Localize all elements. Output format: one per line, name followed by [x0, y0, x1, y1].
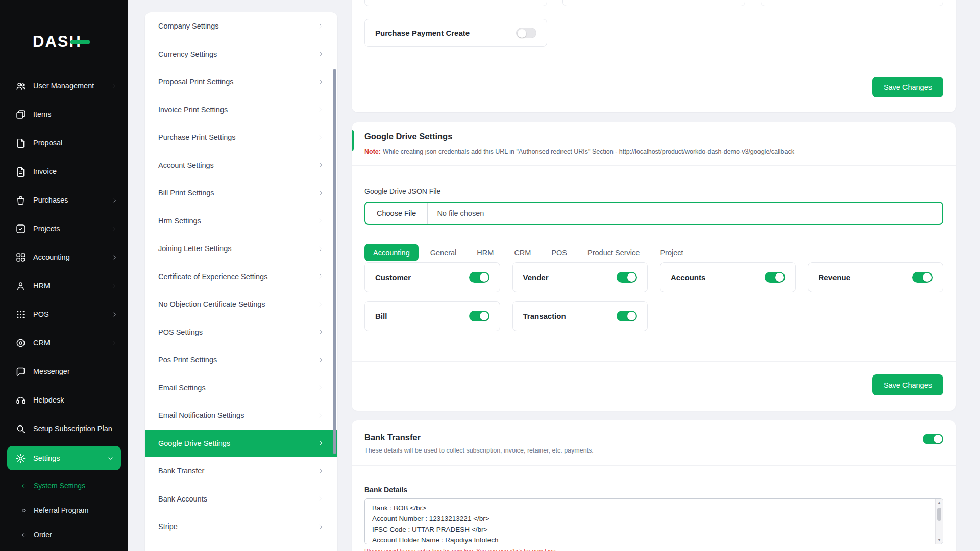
chevron-right-icon — [317, 384, 324, 391]
settings-nav-item-no-objection-certificate-settings[interactable]: No Objection Certificate Settings — [145, 290, 337, 318]
google-drive-json-file-input[interactable]: Choose File No file chosen — [364, 202, 943, 225]
textarea-scrollbar[interactable]: ▲ ▼ — [935, 499, 943, 544]
transaction-toggle[interactable] — [617, 311, 637, 321]
partial-toggle-box — [562, 0, 745, 6]
settings-nav-item-joining-letter-settings[interactable]: Joining Letter Settings — [145, 235, 337, 263]
chevron-right-icon — [317, 190, 324, 196]
chevron-right-icon — [317, 106, 324, 113]
sidebar-item-purchases[interactable]: Purchases — [0, 186, 128, 214]
toggle-knob — [934, 435, 942, 443]
divider — [352, 82, 956, 82]
users-icon — [15, 81, 26, 91]
tab-product-service[interactable]: Product Service — [579, 244, 648, 261]
sidebar-item-accounting[interactable]: Accounting — [0, 243, 128, 271]
tab-hrm[interactable]: HRM — [468, 244, 502, 261]
tab-crm[interactable]: CRM — [505, 244, 540, 261]
sidebar-item-items[interactable]: Items — [0, 100, 128, 129]
vender-toggle[interactable] — [617, 272, 637, 283]
settings-nav-item-email-notification-settings[interactable]: Email Notification Settings — [145, 402, 337, 430]
scrollbar-down-arrow[interactable]: ▼ — [938, 538, 941, 542]
settings-nav-scrollbar[interactable] — [333, 69, 336, 454]
sidebar-item-hrm[interactable]: HRM — [0, 271, 128, 300]
settings-icon — [15, 453, 26, 464]
settings-nav-item-label: Email Notification Settings — [158, 411, 244, 419]
settings-nav-item-certificate-of-experience-settings[interactable]: Certificate of Experience Settings — [145, 263, 337, 291]
purchase-settings-card: Purchase Payment Create Save Changes — [352, 0, 956, 112]
helpdesk-icon — [15, 395, 26, 406]
note-text: While creating json credentials add this… — [383, 148, 794, 155]
settings-nav-item-email-settings[interactable]: Email Settings — [145, 374, 337, 402]
logo-dash-accent — [70, 40, 90, 44]
bill-toggle[interactable] — [469, 311, 489, 321]
sidebar-item-label: Purchases — [33, 195, 68, 205]
pos-icon — [15, 309, 26, 320]
sidebar-item-invoice[interactable]: Invoice — [0, 157, 128, 186]
save-changes-button[interactable]: Save Changes — [872, 77, 943, 97]
settings-nav-item-pos-settings[interactable]: POS Settings — [145, 318, 337, 346]
settings-nav-item-bill-print-settings[interactable]: Bill Print Settings — [145, 179, 337, 207]
settings-nav-item-invoice-print-settings[interactable]: Invoice Print Settings — [145, 96, 337, 124]
toggle-knob — [480, 312, 488, 320]
chevron-right-icon — [111, 340, 118, 346]
settings-nav-item-hrm-settings[interactable]: Hrm Settings — [145, 207, 337, 235]
scrollbar-thumb[interactable] — [937, 508, 941, 521]
toggle-knob — [627, 312, 636, 320]
chevron-right-icon — [111, 254, 118, 261]
settings-nav-item-label: Bank Transfer — [158, 467, 204, 475]
settings-nav-item-stripe[interactable]: Stripe — [145, 513, 337, 541]
sidebar-item-pos[interactable]: POS — [0, 300, 128, 329]
sidebar-item-proposal[interactable]: Proposal — [0, 129, 128, 157]
partial-toggle-box — [364, 0, 547, 6]
card-accent-bar — [352, 130, 354, 151]
tab-accounting[interactable]: Accounting — [364, 244, 419, 261]
sidebar-item-label: User Management — [33, 81, 94, 91]
purchase-payment-create-toggle[interactable] — [516, 28, 536, 38]
settings-nav-item-purchase-print-settings[interactable]: Purchase Print Settings — [145, 123, 337, 152]
revenue-toggle[interactable] — [912, 272, 933, 283]
sidebar-item-crm[interactable]: CRM — [0, 329, 128, 357]
settings-nav-item-bank-transfer[interactable]: Bank Transfer — [145, 457, 337, 485]
scrollbar-up-arrow[interactable]: ▲ — [938, 500, 941, 505]
partial-toggle-box — [761, 0, 943, 6]
sidebar-subitem-system-settings[interactable]: System Settings — [0, 473, 128, 498]
settings-nav-item-currency-settings[interactable]: Currency Settings — [145, 40, 337, 68]
sidebar-subitem-label: Referral Program — [34, 506, 88, 514]
sidebar-item-setup-subscription-plan[interactable]: Setup Subscription Plan — [0, 414, 128, 443]
tab-project[interactable]: Project — [651, 244, 692, 261]
accounts-toggle[interactable] — [765, 272, 785, 283]
note-label: Note: — [364, 148, 381, 155]
chevron-right-icon — [317, 245, 324, 252]
module-toggle-label: Revenue — [819, 273, 851, 282]
bank-transfer-toggle[interactable] — [923, 434, 943, 444]
settings-nav-item-account-settings[interactable]: Account Settings — [145, 152, 337, 180]
sidebar-item-helpdesk[interactable]: Helpdesk — [0, 386, 128, 414]
app-logo[interactable]: DASH — [33, 33, 82, 51]
purchase-payment-create-label: Purchase Payment Create — [375, 29, 470, 37]
sidebar-subitem-referral-program[interactable]: Referral Program — [0, 498, 128, 522]
divider — [352, 165, 956, 166]
settings-nav-item-company-settings[interactable]: Company Settings — [145, 12, 337, 40]
module-toggle-box-transaction: Transaction — [512, 301, 648, 331]
module-toggle-box-vender: Vender — [512, 262, 648, 292]
sidebar-item-label: Setup Subscription Plan — [33, 424, 112, 434]
toggle-knob — [480, 273, 488, 282]
sidebar-item-label: POS — [33, 310, 49, 319]
bank-details-textarea[interactable]: Bank : BOB </br> Account Number : 123132… — [365, 499, 935, 544]
tab-pos[interactable]: POS — [543, 244, 576, 261]
module-toggle-box-accounts: Accounts — [660, 262, 796, 292]
sidebar-subitem-order[interactable]: Order — [0, 522, 128, 547]
sidebar-item-messenger[interactable]: Messenger — [0, 357, 128, 386]
choose-file-button[interactable]: Choose File — [365, 203, 428, 224]
settings-nav-item-bank-accounts[interactable]: Bank Accounts — [145, 485, 337, 513]
sidebar-item-settings[interactable]: Settings — [7, 446, 121, 470]
sidebar-item-user-management[interactable]: User Management — [0, 71, 128, 100]
settings-nav-item-label: Email Settings — [158, 384, 206, 392]
sidebar-item-projects[interactable]: Projects — [0, 214, 128, 243]
customer-toggle[interactable] — [469, 272, 489, 283]
settings-nav-item-proposal-print-settings[interactable]: Proposal Print Settings — [145, 68, 337, 96]
tab-general[interactable]: General — [422, 244, 465, 261]
settings-nav-item-pos-print-settings[interactable]: Pos Print Settings — [145, 346, 337, 374]
save-changes-button[interactable]: Save Changes — [872, 374, 943, 395]
settings-nav-item-google-drive-settings[interactable]: Google Drive Settings — [145, 430, 337, 458]
chevron-right-icon — [111, 311, 118, 318]
